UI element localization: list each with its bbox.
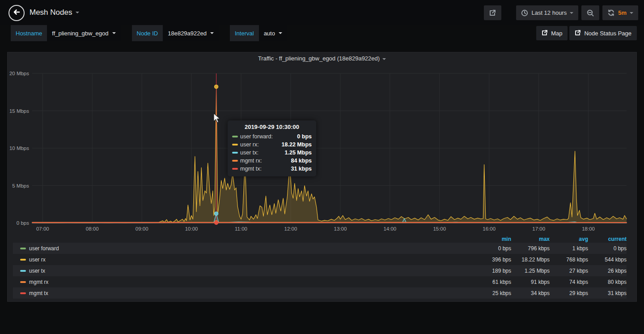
svg-text:10:00: 10:00 [185,226,198,231]
refresh-interval-label[interactable]: 5m [618,9,627,16]
series-color-dash [232,144,238,146]
svg-text:10 Mbps: 10 Mbps [9,146,29,151]
tooltip-row: user forward: 0 bps [232,133,312,141]
external-link-icon [542,30,548,37]
chevron-down-icon [630,12,633,14]
svg-text:15:00: 15:00 [433,226,446,231]
series-color-dash [232,136,238,137]
svg-text:0 bps: 0 bps [17,220,29,226]
share-icon [489,9,496,17]
map-link-label: Map [551,30,562,37]
map-link-button[interactable]: Map [536,26,568,40]
series-name[interactable]: user rx [29,257,46,263]
svg-text:20 Mbps: 20 Mbps [9,71,29,76]
chevron-down-icon [279,32,282,34]
svg-text:13:00: 13:00 [334,226,347,231]
svg-text:08:00: 08:00 [86,226,99,231]
series-color-dash [232,152,238,154]
share-button[interactable] [484,5,501,20]
tooltip-row: user rx: 18.22 Mbps [232,141,312,149]
svg-text:09:00: 09:00 [136,226,148,231]
node-status-page-link-label: Node Status Page [584,30,631,37]
time-range-label: Last 12 hours [531,9,567,16]
svg-text:18:00: 18:00 [582,226,595,231]
refresh-icon [607,9,615,17]
tooltip-row: user tx: 1.25 Mbps [232,149,312,157]
variable-hostname-dropdown[interactable]: ff_pliening_gbw_egod [47,25,120,41]
back-button[interactable] [8,5,25,21]
legend-col-avg[interactable]: avg [550,236,588,242]
chevron-down-icon [570,12,573,14]
chart-tooltip: 2019-09-29 10:30:00 user forward: 0 bps … [228,120,316,176]
series-name[interactable]: user forward [29,245,59,252]
legend-row: user tx 189 bps 1.25 Mbps 27 kbps 26 kbp… [13,265,627,276]
svg-text:14:00: 14:00 [383,226,396,231]
variable-hostname: Hostname ff_pliening_gbw_egod [11,25,121,41]
zoom-out-button[interactable] [581,5,599,20]
variable-interval-value: auto [264,30,275,37]
variable-nodeid-label: Node ID [132,25,163,41]
svg-text:07:00: 07:00 [36,226,49,231]
legend-col-max[interactable]: max [511,236,550,242]
variable-nodeid: Node ID 18e829a922ed [132,25,219,41]
legend-row: mgmt rx 61 kbps 91 kbps 74 kbps 80 kbps [13,276,627,287]
dashboard-title[interactable]: Mesh Nodes [30,0,79,25]
magnifier-minus-icon [586,9,594,17]
tooltip-row: mgmt rx: 84 kbps [232,157,312,165]
variable-interval: Interval auto [230,25,287,41]
svg-text:11:00: 11:00 [235,226,247,231]
variable-interval-label: Interval [230,25,259,41]
legend-table: min max avg current user forward 0 bps 7… [13,235,627,299]
tooltip-row: mgmt tx: 31 kbps [232,165,312,173]
series-color-swatch [20,248,26,249]
svg-text:16:00: 16:00 [483,226,496,231]
svg-text:5 Mbps: 5 Mbps [12,183,29,188]
variable-nodeid-value: 18e829a922ed [168,30,207,37]
dashboard-title-label: Mesh Nodes [30,8,72,17]
variable-interval-dropdown[interactable]: auto [259,25,287,41]
variable-hostname-value: ff_pliening_gbw_egod [52,30,108,37]
series-color-swatch [20,292,26,294]
svg-text:12:00: 12:00 [284,226,297,231]
chevron-down-icon [76,12,79,13]
series-color-dash [232,160,238,162]
legend-row: user forward 0 bps 796 kbps 1 kbps 0 bps [13,243,627,254]
variable-nodeid-dropdown[interactable]: 18e829a922ed [163,25,219,41]
svg-text:15 Mbps: 15 Mbps [9,108,29,114]
variable-hostname-label: Hostname [11,25,47,41]
chevron-down-icon [112,32,116,34]
svg-text:17:00: 17:00 [532,226,545,231]
legend-col-current[interactable]: current [588,236,627,242]
legend-header: min max avg current [13,235,627,243]
top-navbar: Mesh Nodes Last 12 hours 5m [0,0,644,25]
legend-col-min[interactable]: min [473,236,511,242]
chevron-down-icon [210,32,214,34]
legend-row: user rx 396 bps 18.22 Mbps 768 kbps 544 … [13,254,627,265]
dashboard-submenu: Hostname ff_pliening_gbw_egod Node ID 18… [11,25,287,41]
external-link-icon [575,30,581,37]
traffic-panel: Traffic - ff_pliening_gbw_egod (18e829a9… [7,52,637,302]
series-name[interactable]: user tx [29,268,45,274]
series-name[interactable]: mgmt rx [29,279,48,285]
series-color-dash [232,168,238,170]
legend-row: mgmt tx 25 kbps 34 kbps 29 kbps 31 kbps [13,287,627,299]
refresh-button[interactable]: 5m [602,5,638,20]
time-range-picker[interactable]: Last 12 hours [516,5,578,20]
node-status-page-link-button[interactable]: Node Status Page [569,26,637,40]
clock-icon [521,9,528,17]
series-color-swatch [20,270,26,272]
series-name[interactable]: mgmt tx [29,290,48,296]
series-color-swatch [20,259,26,261]
tooltip-timestamp: 2019-09-29 10:30:00 [232,124,312,133]
series-color-swatch [20,281,26,283]
arrow-left-icon [12,8,21,18]
